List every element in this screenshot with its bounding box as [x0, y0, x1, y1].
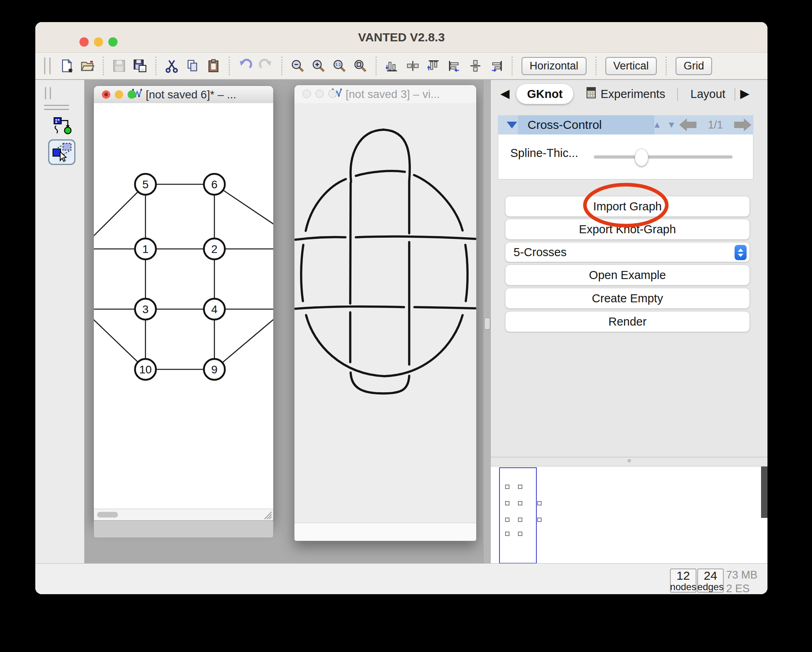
zoom-out-button[interactable]	[289, 56, 306, 75]
graph-window-titlebar[interactable]: [not saved 6]* – ...	[94, 86, 273, 104]
align-center-horizontal-button[interactable]	[404, 56, 421, 75]
tab-separator	[677, 88, 678, 101]
tab-gknot[interactable]: GKnot	[516, 84, 573, 104]
knot-view-window: [not saved 3] – vi...	[294, 85, 477, 541]
align-left-button[interactable]	[446, 56, 463, 75]
toolbar-separator	[666, 57, 667, 75]
minimap-node-square	[518, 501, 522, 505]
align-top-button[interactable]	[425, 56, 442, 75]
move-down-icon[interactable]: ▼	[667, 120, 676, 129]
inner-maximize-button[interactable]	[128, 90, 136, 99]
page-prev-icon[interactable]	[687, 122, 696, 128]
toolbar-separator	[229, 57, 230, 75]
render-button[interactable]: Render	[505, 311, 750, 332]
zoom-actual-size-button[interactable]: 1:1	[331, 56, 348, 75]
zoom-fit-button[interactable]	[352, 56, 369, 75]
main-toolbar: 1:1	[35, 53, 767, 79]
move-up-icon[interactable]: ▲	[653, 120, 662, 129]
minimap-node-square	[505, 532, 510, 536]
spline-thickness-slider[interactable]	[594, 155, 733, 159]
new-graph-button[interactable]	[58, 56, 75, 75]
knot-window-titlebar[interactable]: [not saved 3] – vi...	[294, 85, 476, 104]
toolbar-separator	[281, 57, 282, 75]
toolbar-separator	[376, 57, 377, 75]
cross-control-title: Cross-Control	[528, 118, 602, 132]
cut-button[interactable]	[163, 56, 180, 75]
splitter-handle[interactable]	[627, 459, 631, 463]
minimap-viewport[interactable]	[499, 467, 537, 564]
inner-close-button[interactable]	[302, 90, 311, 98]
move-select-icon	[49, 159, 74, 165]
graph-edge[interactable]	[214, 318, 273, 369]
tab-layout[interactable]: Layout	[688, 83, 728, 105]
inner-minimize-button[interactable]	[115, 90, 123, 99]
save-button[interactable]	[111, 56, 128, 75]
open-file-button[interactable]	[79, 56, 96, 75]
import-graph-button[interactable]: Import Graph	[505, 196, 750, 217]
dropdown-stepper-icon[interactable]	[735, 245, 747, 260]
graph-window-title: [not saved 6]* – ...	[146, 88, 236, 101]
vertical-layout-button[interactable]: Vertical	[605, 57, 657, 75]
graph-canvas-area[interactable]: 561234109	[94, 103, 273, 509]
minimap-node-square	[518, 532, 522, 536]
panel-splitter[interactable]	[491, 457, 767, 457]
graph-node-label: 3	[142, 303, 149, 316]
graph-edit-icon	[51, 131, 74, 137]
open-example-button[interactable]: Open Example	[505, 265, 750, 285]
graph-edit-tool-button[interactable]	[51, 114, 74, 136]
tabs-prev-icon[interactable]: ◀	[500, 86, 510, 100]
copy-button[interactable]	[184, 56, 201, 75]
tab-experiments-label: Experiments	[601, 88, 665, 101]
disclosure-triangle-icon[interactable]	[507, 122, 517, 128]
minimap-node-square	[518, 518, 522, 522]
slider-thumb[interactable]	[635, 149, 648, 166]
minimap-node-square	[505, 485, 510, 489]
memory-usage: 73 MB	[726, 568, 757, 582]
align-bottom-button[interactable]	[384, 56, 400, 75]
knot-canvas-area[interactable]	[294, 103, 476, 523]
knot-example-dropdown[interactable]: 5-Crosses	[505, 242, 750, 262]
graph-editor-window: [not saved 6]* – ... 561234109	[93, 86, 274, 521]
desktop-scroll-thumb[interactable]	[484, 318, 490, 330]
redo-button[interactable]	[258, 56, 274, 75]
page-next-icon[interactable]	[734, 122, 744, 128]
desktop-scrollbar[interactable]	[483, 80, 490, 563]
knot-window-footer	[294, 523, 476, 541]
export-knot-graph-button[interactable]: Export Knot-Graph	[505, 219, 750, 240]
tab-experiments[interactable]: Experiments	[584, 83, 668, 105]
minimap-preview[interactable]	[491, 466, 767, 564]
content-area: [not saved 6]* – ... 561234109	[35, 79, 767, 563]
inner-close-button[interactable]	[102, 90, 110, 99]
preview-scroll-thumb[interactable]	[761, 467, 767, 518]
paste-button[interactable]	[205, 56, 222, 75]
save-as-button[interactable]	[132, 56, 148, 75]
graph-node-label: 9	[211, 363, 218, 376]
align-center-vertical-button[interactable]	[467, 56, 484, 75]
graph-node-label: 2	[211, 243, 218, 255]
move-select-tool-button[interactable]	[48, 139, 75, 165]
create-empty-button[interactable]: Create Empty	[505, 288, 750, 309]
edges-count-label: edges	[697, 582, 723, 592]
horizontal-layout-button[interactable]: Horizontal	[522, 57, 587, 75]
toolbar-grip[interactable]	[44, 57, 51, 74]
cross-control-body: Spline-Thic...	[498, 134, 753, 179]
grid-layout-button[interactable]: Grid	[676, 57, 712, 75]
undo-button[interactable]	[237, 56, 254, 75]
mdi-desktop: [not saved 6]* – ... 561234109	[84, 80, 490, 563]
inner-maximize-button[interactable]	[328, 90, 337, 98]
minimap-node-square	[518, 485, 522, 489]
graph-hscrollbar[interactable]	[94, 509, 273, 521]
resize-grip-icon[interactable]	[263, 510, 272, 520]
tab-separator	[735, 88, 735, 101]
graph-node-label: 10	[139, 363, 152, 376]
cross-control-header[interactable]: Cross-Control ▲ ▼ 1/1	[498, 115, 753, 134]
sidebar-grip[interactable]	[45, 87, 51, 99]
zoom-in-button[interactable]	[310, 56, 327, 75]
inner-minimize-button[interactable]	[315, 90, 324, 98]
align-right-button[interactable]	[488, 56, 505, 75]
graph-hscroll-thumb[interactable]	[97, 512, 118, 518]
screen: VANTED V2.8.3	[0, 0, 812, 652]
tabs-next-icon[interactable]: ▶	[740, 86, 749, 100]
graph-node-label: 6	[211, 178, 218, 191]
svg-text:1:1: 1:1	[335, 63, 341, 67]
